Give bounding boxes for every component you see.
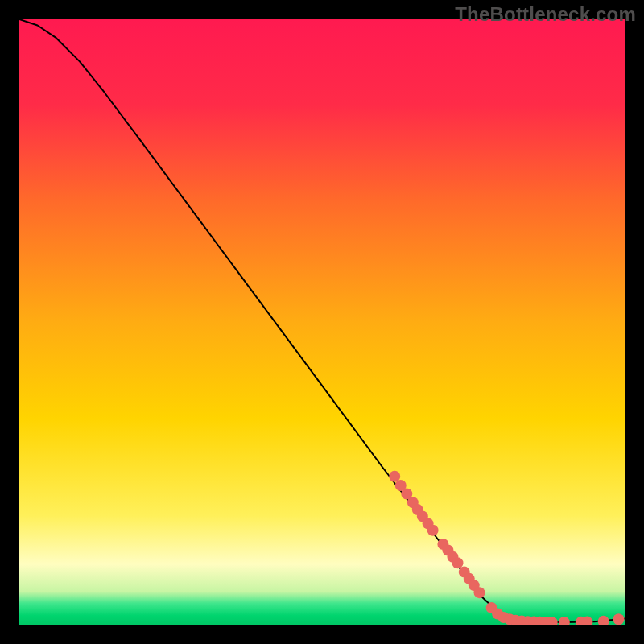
data-dot [474, 587, 485, 598]
data-dot [427, 525, 439, 536]
data-dot [613, 613, 624, 625]
gradient-background [19, 19, 625, 625]
watermark-text: TheBottleneck.com [455, 3, 636, 26]
plot-area [19, 19, 625, 625]
chart-svg [19, 19, 625, 625]
chart-frame: TheBottleneck.com [0, 0, 644, 644]
data-dot [452, 557, 463, 568]
